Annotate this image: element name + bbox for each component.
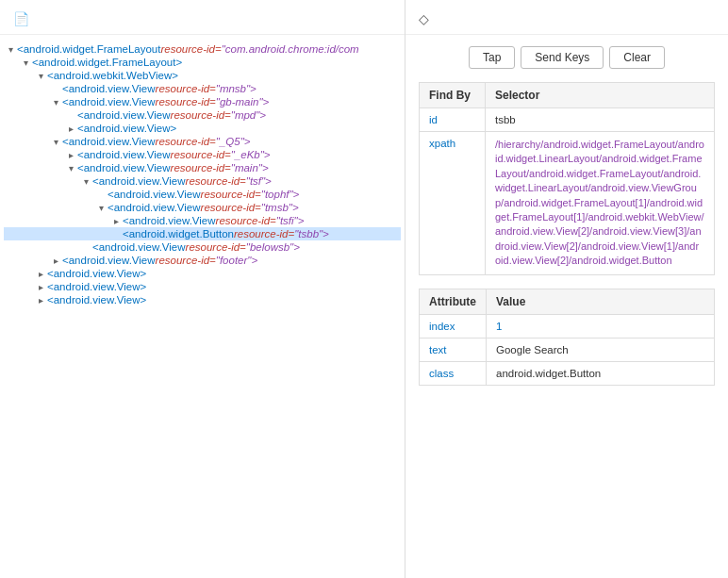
tree-toggle-icon[interactable]: ▾ [4,44,17,55]
tree-attr-name: resource-id= [186,175,246,187]
tree-row[interactable]: ▾<android.webkit.WebView> [4,69,401,82]
clear-button[interactable]: Clear [609,46,665,69]
tree-toggle-icon[interactable]: ▸ [49,256,62,266]
attribute-value: android.widget.Button [487,361,715,385]
tree-toggle-icon[interactable]: ▾ [49,97,62,107]
tree-attr-value: "_Q5"> [216,136,251,147]
action-buttons-group: TapSend KeysClear [419,46,715,69]
tree-tag-label: <android.view.View> [77,123,176,134]
tree-container[interactable]: ▾<android.widget.FrameLayout resource-id… [0,35,405,578]
tree-tag-label: <android.view.View [77,109,171,121]
tree-row[interactable]: ▾<android.view.View resource-id="_Q5"> [4,135,401,148]
tree-attr-name: resource-id= [156,83,216,94]
find-by-col-header: Find By [420,83,486,108]
find-by-table: Find BySelectoridtsbbxpath/hierarchy/and… [419,82,715,275]
tree-attr-value: "footer"> [216,255,257,266]
find-by-label: xpath [420,132,486,275]
tree-toggle-icon[interactable]: ▸ [109,216,123,226]
tree-tag-label: <android.widget.Button [123,228,234,239]
tree-toggle-icon[interactable]: ▸ [34,295,47,306]
tree-tag-label: <android.view.View [92,175,186,187]
find-by-row: xpath/hierarchy/android.widget.FrameLayo… [420,132,715,275]
right-content: TapSend KeysClear Find BySelectoridtsbbx… [405,35,728,578]
tree-tag-label: <android.view.View [62,96,156,107]
tree-tag-label: <android.view.View> [47,294,146,306]
document-icon: 📄 [13,11,29,26]
tree-attr-name: resource-id= [156,96,216,107]
tree-row[interactable]: <android.view.View resource-id="mnsb"> [4,82,401,95]
tree-toggle-icon[interactable]: ▾ [34,71,47,81]
tree-row[interactable]: <android.view.View resource-id="tophf"> [4,188,401,201]
tree-row[interactable]: ▾<android.view.View resource-id="tmsb"> [4,201,401,214]
tree-toggle-icon[interactable]: ▾ [19,58,32,68]
tree-attr-value: "tmsb"> [261,202,299,213]
tree-row[interactable]: ▸<android.view.View> [4,293,401,306]
tree-row[interactable]: ▸<android.view.View> [4,122,401,135]
tree-attr-value: "_eKb"> [231,149,271,160]
tree-attr-value: "mnsb"> [216,83,256,94]
tree-tag-label: <android.view.View [62,83,156,94]
tree-attr-value: "com.android.chrome:id/com [222,43,359,55]
tree-toggle-icon[interactable]: ▾ [49,137,62,147]
tree-row[interactable]: ▸<android.view.View resource-id="footer"… [4,254,401,267]
find-by-value: tsbb [486,108,715,132]
tree-attr-name: resource-id= [201,189,261,200]
find-by-label: id [420,108,486,132]
tree-row[interactable]: <android.view.View resource-id="mpd"> [4,108,401,122]
tree-row[interactable]: <android.widget.Button resource-id="tsbb… [4,227,401,240]
tree-tag-label: <android.view.View> [47,268,146,279]
find-by-col-header: Selector [486,83,715,108]
tree-row[interactable]: ▾<android.view.View resource-id="main"> [4,161,401,174]
attribute-value: Google Search [487,338,715,361]
tree-toggle-icon[interactable]: ▸ [34,269,47,279]
tree-attr-name: resource-id= [156,136,216,147]
tree-row[interactable]: ▾<android.widget.FrameLayout> [4,56,401,69]
tree-attr-value: "mpd"> [231,109,266,121]
tree-tag-label: <android.view.View [108,189,201,200]
tree-row[interactable]: ▸<android.view.View> [4,267,401,280]
attribute-row: index1 [420,314,715,338]
tree-attr-value: "gb-main"> [216,96,269,107]
tree-row[interactable]: ▾<android.view.View resource-id="tsf"> [4,174,401,188]
tree-toggle-icon[interactable]: ▾ [64,163,77,173]
tree-toggle-icon[interactable]: ▾ [94,203,108,213]
tree-attr-value: "tsbb"> [294,228,329,239]
tree-row[interactable]: ▸<android.view.View> [4,280,401,293]
tree-attr-name: resource-id= [160,43,221,55]
attribute-value: 1 [487,314,715,338]
tree-tag-label: <android.view.View> [47,281,146,292]
left-header: 📄 [0,0,405,35]
tree-tag-label: <android.view.View [92,241,186,253]
tree-attr-value: "belowsb"> [246,241,300,253]
tree-attr-value: "tsfi"> [276,215,305,226]
tree-attr-value: "main"> [231,162,269,173]
tree-toggle-icon[interactable]: ▸ [64,124,77,134]
tree-tag-label: <android.view.View [62,255,156,266]
tree-attr-name: resource-id= [171,109,231,121]
tree-tag-label: <android.view.View [108,202,201,213]
tree-toggle-icon[interactable]: ▸ [34,282,47,292]
tree-row[interactable]: ▸<android.view.View resource-id="_eKb"> [4,148,401,161]
tree-tag-label: <android.view.View [123,215,216,226]
tap-button[interactable]: Tap [469,46,515,69]
tree-tag-label: <android.view.View [62,136,156,147]
tree-attr-name: resource-id= [171,162,231,173]
tree-row[interactable]: ▸<android.view.View resource-id="tsfi"> [4,214,401,227]
tree-attr-name: resource-id= [186,241,246,253]
tree-row[interactable]: ▾<android.widget.FrameLayout resource-id… [4,42,401,56]
tree-tag-label: <android.webkit.WebView> [47,70,178,81]
tree-row[interactable]: ▾<android.view.View resource-id="gb-main… [4,95,401,108]
right-header: ◇ [405,0,728,35]
attribute-name: class [420,361,487,385]
find-by-value: /hierarchy/android.widget.FrameLayout/an… [486,132,715,275]
tree-toggle-icon[interactable]: ▸ [64,150,77,160]
tree-attr-name: resource-id= [171,149,231,160]
send-keys-button[interactable]: Send Keys [521,46,604,69]
tree-toggle-icon[interactable]: ▾ [79,176,92,187]
tree-row[interactable]: <android.view.View resource-id="belowsb"… [4,240,401,254]
tree-tag-label: <android.view.View [77,162,171,173]
attribute-row: classandroid.widget.Button [420,361,715,385]
tree-attr-name: resource-id= [234,228,294,239]
attribute-name: index [420,314,487,338]
tree-tag-label: <android.view.View [77,149,171,160]
